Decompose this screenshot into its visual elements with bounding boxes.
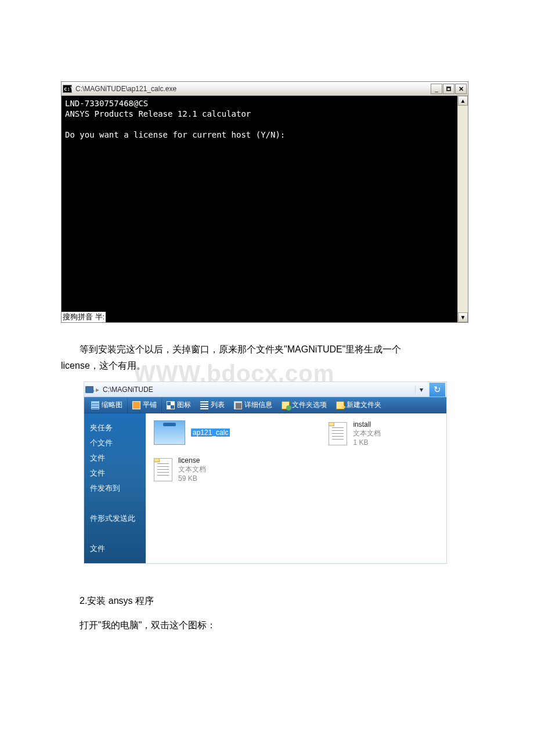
address-bar[interactable]: ▸ C:\MAGNiTUDE ▾ ↻ — [84, 382, 446, 397]
tasks-pane: 夹任务 个文件 文件 文件 件发布到 件形式发送此 文件 — [84, 413, 146, 563]
toolbar-label: 缩略图 — [102, 400, 122, 410]
toolbar-label: 平铺 — [143, 400, 157, 410]
paragraph: 等到安装完这个以后，关掉窗口，原来那个文件夹"MAGNiTUDE"里将生成一个 … — [61, 341, 473, 374]
folder-options-icon — [282, 401, 290, 409]
thumbnails-icon — [91, 401, 99, 409]
console-icon: c:\ — [63, 85, 72, 93]
paragraph: 2.安装 ansys 程序 — [61, 592, 473, 610]
file-size: 1 KB — [353, 438, 381, 447]
text: license，这个有用。 — [61, 358, 473, 374]
close-button[interactable]: ✕ — [455, 84, 467, 94]
scroll-track[interactable] — [458, 106, 468, 312]
address-dropdown[interactable]: ▾ — [415, 386, 427, 394]
task-item[interactable]: 个文件 — [90, 435, 140, 451]
text-file-icon — [329, 422, 347, 445]
toolbar-icons[interactable]: 图标 — [162, 397, 196, 413]
text: 等到安装完这个以后，关掉窗口，原来那个文件夹"MAGNiTUDE"里将生成一个 — [80, 344, 401, 354]
address-path: C:\MAGNiTUDE — [102, 386, 413, 394]
explorer-toolbar: 缩略图 平铺 图标 列表 详细信息 文件夹选项 — [84, 397, 446, 413]
console-output: LND-7330757468@CS ANSYS Products Release… — [62, 96, 457, 322]
task-item[interactable]: 文件 — [90, 466, 140, 481]
file-name: install — [353, 420, 381, 429]
task-item[interactable]: 件发布到 — [90, 481, 140, 496]
file-item-app[interactable]: ap121_calc — [154, 420, 230, 445]
window-title: C:\MAGNiTUDE\ap121_calc.exe — [75, 85, 431, 93]
toolbar-label: 列表 — [211, 400, 225, 410]
toolbar-options[interactable]: 文件夹选项 — [277, 397, 331, 413]
task-item — [90, 496, 140, 511]
console-line: ANSYS Products Release 12.1 calculator — [65, 109, 454, 119]
ime-status: 搜狗拼音 半: — [62, 312, 106, 322]
file-item-license[interactable]: license 文本文档 59 KB — [154, 456, 230, 483]
file-size: 59 KB — [178, 474, 206, 483]
file-type: 文本文档 — [353, 429, 381, 438]
toolbar-new-folder[interactable]: 新建文件夹 — [331, 397, 386, 413]
list-icon — [200, 401, 208, 409]
minimize-button[interactable]: _ — [431, 84, 442, 94]
text-file-icon — [154, 458, 172, 481]
app-icon — [154, 420, 185, 445]
toolbar-list[interactable]: 列表 — [196, 397, 229, 413]
console-line: LND-7330757468@CS — [65, 98, 454, 109]
console-line — [65, 119, 454, 129]
file-label-selected: ap121_calc — [191, 429, 230, 437]
maximize-button[interactable] — [443, 84, 454, 94]
titlebar: c:\ C:\MAGNiTUDE\ap121_calc.exe _ ✕ — [62, 82, 468, 96]
console-line: Do you want a license for current host (… — [65, 129, 454, 140]
console-window: c:\ C:\MAGNiTUDE\ap121_calc.exe _ ✕ LND-… — [61, 81, 468, 323]
scroll-down-button[interactable]: ▼ — [458, 312, 468, 322]
explorer-window: ▸ C:\MAGNiTUDE ▾ ↻ 缩略图 平铺 图标 列表 — [84, 382, 446, 563]
icons-icon — [167, 401, 175, 409]
breadcrumb-sep: ▸ — [96, 386, 99, 394]
toolbar-details[interactable]: 详细信息 — [229, 397, 277, 413]
toolbar-label: 文件夹选项 — [292, 400, 327, 410]
console-body-wrap: LND-7330757468@CS ANSYS Products Release… — [62, 96, 468, 322]
file-name: license — [178, 456, 206, 465]
toolbar-label: 详细信息 — [244, 400, 272, 410]
file-type: 文本文档 — [178, 465, 206, 474]
files-pane: ap121_calc license 文本文档 59 KB — [146, 413, 446, 563]
page: c:\ C:\MAGNiTUDE\ap121_calc.exe _ ✕ LND-… — [0, 0, 534, 634]
toolbar-thumbnails[interactable]: 缩略图 — [86, 397, 128, 413]
task-item[interactable]: 文件 — [90, 541, 140, 556]
task-item — [90, 526, 140, 541]
tile-icon — [132, 401, 140, 409]
toolbar-label: 新建文件夹 — [347, 400, 381, 410]
paragraph: 打开"我的电脑"，双击这个图标： — [61, 617, 473, 634]
nav-icon — [85, 386, 93, 393]
toolbar-label: 图标 — [177, 400, 191, 410]
scroll-up-button[interactable]: ▲ — [458, 96, 468, 106]
explorer-body: 夹任务 个文件 文件 文件 件发布到 件形式发送此 文件 ap121_calc — [84, 413, 446, 563]
task-item[interactable]: 夹任务 — [90, 420, 140, 435]
task-item[interactable]: 件形式发送此 — [90, 511, 140, 526]
file-item-install[interactable]: install 文本文档 1 KB — [329, 420, 381, 447]
refresh-button[interactable]: ↻ — [429, 383, 445, 397]
scrollbar[interactable]: ▲ ▼ — [457, 96, 468, 322]
toolbar-tile[interactable]: 平铺 — [128, 397, 162, 413]
task-item[interactable]: 文件 — [90, 451, 140, 466]
new-folder-icon — [336, 401, 344, 409]
details-icon — [234, 401, 242, 409]
